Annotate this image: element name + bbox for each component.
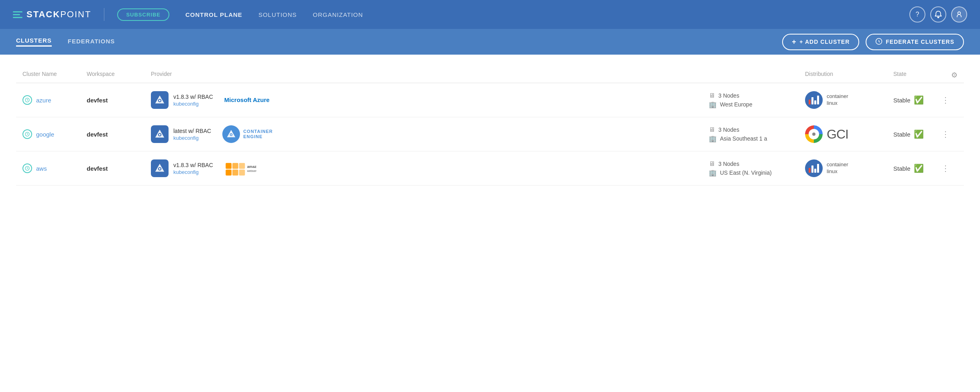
version-info-azure: v1.8.3 w/ RBAC kubeconfig bbox=[173, 94, 213, 107]
aws-logo: amazon webservices bbox=[224, 160, 256, 176]
logo-text: STACKPOINT bbox=[26, 9, 91, 20]
cluster-link-azure[interactable]: azure bbox=[36, 97, 51, 104]
helm-icon-azure bbox=[151, 91, 169, 109]
help-icon[interactable]: ? bbox=[909, 6, 925, 22]
svg-point-15 bbox=[812, 133, 815, 136]
svg-rect-22 bbox=[232, 163, 238, 169]
region-azure: 🏢 West Europe bbox=[709, 101, 805, 108]
table-header: Cluster Name Workspace Provider Distribu… bbox=[16, 67, 964, 83]
col-settings: ⚙ bbox=[941, 71, 958, 80]
monitor-icon: 🖥 bbox=[709, 160, 715, 167]
col-nodes bbox=[709, 71, 805, 80]
version-text-google: latest w/ RBAC bbox=[173, 128, 211, 134]
nav-control-plane[interactable]: CONTROL PLANE bbox=[185, 11, 242, 18]
svg-point-12 bbox=[231, 134, 232, 135]
svg-text:amazon: amazon bbox=[247, 165, 256, 169]
provider-info-google: latest w/ RBAC kubeconfig CONTAINER ENGI… bbox=[151, 125, 709, 143]
gci-icon bbox=[805, 125, 823, 143]
version-info-aws: v1.8.3 w/ RBAC kubeconfig bbox=[173, 162, 213, 175]
region-google: 🏢 Asia Southeast 1 a bbox=[709, 135, 805, 143]
azure-logo: Microsoft Azure bbox=[224, 96, 270, 104]
svg-rect-24 bbox=[239, 163, 245, 169]
monitor-icon: 🖥 bbox=[709, 92, 715, 99]
cluster-link-google[interactable]: google bbox=[36, 131, 54, 138]
distribution-aws: containerlinux bbox=[805, 159, 893, 177]
distribution-azure: containerlinux bbox=[805, 91, 893, 109]
gci-text: GCI bbox=[827, 127, 848, 142]
azure-provider-name[interactable]: Microsoft Azure bbox=[224, 96, 270, 103]
more-actions-google[interactable]: ⋮ bbox=[941, 129, 958, 139]
container-linux-icon-aws bbox=[805, 159, 823, 177]
state-text-aws: Stable bbox=[893, 165, 911, 172]
check-icon-azure: ✅ bbox=[914, 95, 924, 105]
state-text-google: Stable bbox=[893, 131, 911, 138]
nodes-aws: 🖥 3 Nodes 🏢 US East (N. Virginia) bbox=[709, 160, 805, 177]
nodes-count-azure: 🖥 3 Nodes bbox=[709, 92, 805, 99]
kubeconfig-link-aws[interactable]: kubeconfig bbox=[173, 169, 213, 175]
distribution-google: GCI bbox=[805, 125, 893, 143]
monitor-icon: 🖥 bbox=[709, 126, 715, 133]
dist-name-azure: containerlinux bbox=[827, 93, 848, 107]
more-icon-google[interactable]: ⋮ bbox=[941, 130, 950, 139]
cluster-link-aws[interactable]: aws bbox=[36, 165, 47, 172]
more-icon-azure[interactable]: ⋮ bbox=[941, 96, 950, 104]
cluster-name-cell-azure: azure bbox=[22, 95, 87, 105]
check-icon-google: ✅ bbox=[914, 129, 924, 139]
sub-header: CLUSTERS FEDERATIONS + + ADD CLUSTER FED… bbox=[0, 29, 980, 55]
svg-text:webservices: webservices bbox=[246, 169, 256, 173]
svg-point-19 bbox=[159, 168, 161, 169]
logo-icon bbox=[13, 11, 22, 18]
settings-icon[interactable]: ⚙ bbox=[951, 71, 958, 80]
state-google: Stable ✅ bbox=[893, 129, 941, 139]
svg-rect-21 bbox=[226, 169, 232, 176]
kubeconfig-link-azure[interactable]: kubeconfig bbox=[173, 101, 213, 107]
nodes-azure: 🖥 3 Nodes 🏢 West Europe bbox=[709, 92, 805, 108]
user-avatar[interactable] bbox=[951, 6, 967, 22]
notifications-icon[interactable] bbox=[930, 6, 946, 22]
kubeconfig-link-google[interactable]: kubeconfig bbox=[173, 135, 211, 141]
more-actions-azure[interactable]: ⋮ bbox=[941, 95, 958, 105]
gke-logo: CONTAINER ENGINE bbox=[222, 125, 273, 143]
helm-icon-google bbox=[151, 125, 169, 143]
svg-rect-25 bbox=[239, 169, 245, 176]
main-header: STACKPOINT SUBSCRIBE CONTROL PLANE SOLUT… bbox=[0, 0, 980, 29]
aws-logo-img: amazon webservices bbox=[224, 160, 256, 176]
container-linux-icon-azure bbox=[805, 91, 823, 109]
col-cluster-name: Cluster Name bbox=[22, 71, 87, 80]
sub-nav-tabs: CLUSTERS FEDERATIONS bbox=[16, 37, 782, 47]
building-icon: 🏢 bbox=[709, 101, 717, 108]
building-icon: 🏢 bbox=[709, 135, 717, 143]
logo: STACKPOINT bbox=[13, 9, 91, 20]
helm-icon-aws bbox=[151, 159, 169, 177]
workspace-google: devfest bbox=[87, 131, 151, 138]
svg-point-0 bbox=[958, 12, 961, 14]
more-actions-aws[interactable]: ⋮ bbox=[941, 163, 958, 173]
col-state: State bbox=[893, 71, 941, 80]
svg-point-9 bbox=[159, 134, 161, 135]
add-cluster-button[interactable]: + + ADD CLUSTER bbox=[782, 34, 859, 50]
nav-solutions[interactable]: SOLUTIONS bbox=[258, 11, 297, 18]
aws-svg: amazon webservices bbox=[224, 160, 256, 176]
nodes-count-aws: 🖥 3 Nodes bbox=[709, 160, 805, 167]
dist-name-aws: containerlinux bbox=[827, 161, 848, 175]
federate-clusters-button[interactable]: FEDERATE CLUSTERS bbox=[866, 34, 964, 50]
subscribe-button[interactable]: SUBSCRIBE bbox=[117, 8, 169, 21]
workspace-aws: devfest bbox=[87, 165, 151, 172]
more-icon-aws[interactable]: ⋮ bbox=[941, 164, 950, 173]
state-azure: Stable ✅ bbox=[893, 95, 941, 105]
table-row: google devfest latest w/ RBAC kubeconfig bbox=[16, 117, 964, 151]
region-aws: 🏢 US East (N. Virginia) bbox=[709, 169, 805, 177]
nodes-google: 🖥 3 Nodes 🏢 Asia Southeast 1 a bbox=[709, 126, 805, 143]
cluster-status-icon-azure bbox=[22, 95, 32, 105]
provider-info-azure: v1.8.3 w/ RBAC kubeconfig Microsoft Azur… bbox=[151, 91, 709, 109]
workspace-azure: devfest bbox=[87, 97, 151, 104]
building-icon: 🏢 bbox=[709, 169, 717, 177]
version-info-google: latest w/ RBAC kubeconfig bbox=[173, 128, 211, 141]
cluster-name-cell-google: google bbox=[22, 129, 87, 139]
check-icon-aws: ✅ bbox=[914, 163, 924, 173]
tab-clusters[interactable]: CLUSTERS bbox=[16, 37, 52, 47]
cluster-name-cell-aws: aws bbox=[22, 163, 87, 173]
nav-organization[interactable]: ORGANIZATION bbox=[313, 11, 363, 18]
tab-federations[interactable]: FEDERATIONS bbox=[68, 38, 115, 46]
plus-icon: + bbox=[792, 38, 796, 46]
